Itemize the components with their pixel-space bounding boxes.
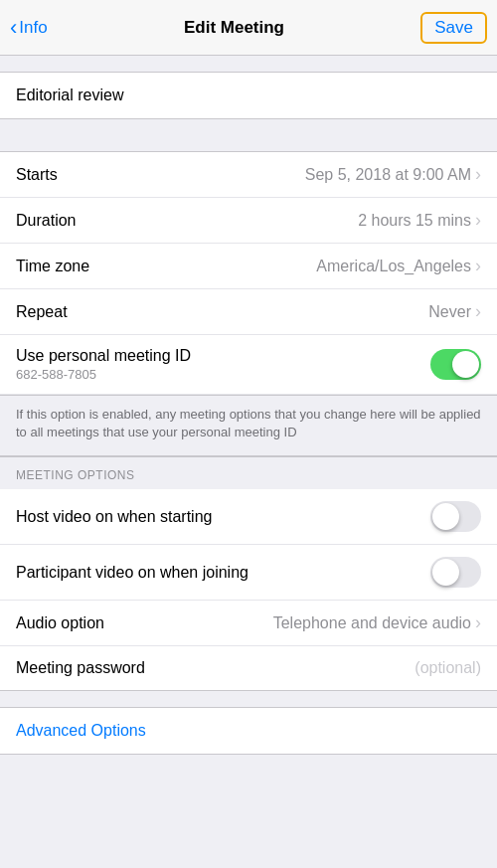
duration-label: Duration: [16, 212, 76, 230]
personal-meeting-info-text: If this option is enabled, any meeting o…: [16, 406, 481, 441]
timezone-label: Time zone: [16, 258, 89, 275]
duration-value: 2 hours 15 mins ›: [358, 210, 481, 231]
host-video-toggle-knob: [432, 503, 459, 530]
back-chevron-icon: ‹: [10, 17, 17, 39]
audio-row[interactable]: Audio option Telephone and device audio …: [0, 601, 497, 646]
starts-label: Starts: [16, 166, 58, 184]
host-video-label: Host video on when starting: [16, 508, 212, 526]
duration-row[interactable]: Duration 2 hours 15 mins ›: [0, 198, 497, 244]
participant-video-toggle[interactable]: [430, 557, 481, 588]
audio-label: Audio option: [16, 614, 104, 632]
audio-value: Telephone and device audio ›: [273, 612, 481, 633]
host-video-row: Host video on when starting: [0, 489, 497, 545]
toggle-knob: [452, 351, 479, 378]
starts-chevron-icon: ›: [475, 164, 481, 185]
starts-value: Sep 5, 2018 at 9:00 AM ›: [305, 164, 481, 185]
personal-meeting-id: 682-588-7805: [16, 367, 191, 382]
repeat-label: Repeat: [16, 303, 68, 321]
timezone-row[interactable]: Time zone America/Los_Angeles ›: [0, 244, 497, 289]
meeting-options-header: MEETING OPTIONS: [0, 456, 497, 489]
password-row[interactable]: Meeting password (optional): [0, 646, 497, 690]
repeat-row[interactable]: Repeat Never ›: [0, 289, 497, 335]
timezone-value: America/Los_Angeles ›: [316, 256, 481, 276]
password-label: Meeting password: [16, 659, 145, 677]
repeat-chevron-icon: ›: [475, 301, 481, 322]
back-button[interactable]: ‹ Info: [10, 17, 48, 39]
timezone-chevron-icon: ›: [475, 256, 481, 276]
meeting-options-section: Host video on when starting Participant …: [0, 489, 497, 691]
participant-video-label: Participant video on when joining: [16, 564, 248, 582]
password-placeholder: (optional): [414, 659, 481, 677]
schedule-section: Starts Sep 5, 2018 at 9:00 AM › Duration…: [0, 151, 497, 396]
advanced-options-section: Advanced Options: [0, 707, 497, 755]
personal-meeting-label: Use personal meeting ID: [16, 347, 191, 365]
duration-chevron-icon: ›: [475, 210, 481, 231]
participant-video-toggle-knob: [432, 559, 459, 586]
save-button[interactable]: Save: [420, 12, 487, 44]
host-video-toggle[interactable]: [430, 501, 481, 532]
participant-video-row: Participant video on when joining: [0, 545, 497, 601]
page-title: Edit Meeting: [184, 18, 284, 38]
personal-meeting-label-block: Use personal meeting ID 682-588-7805: [16, 347, 191, 382]
starts-row[interactable]: Starts Sep 5, 2018 at 9:00 AM ›: [0, 152, 497, 198]
meeting-options-header-text: MEETING OPTIONS: [16, 468, 135, 482]
navigation-bar: ‹ Info Edit Meeting Save: [0, 0, 497, 56]
repeat-value: Never ›: [428, 301, 481, 322]
meeting-title: Editorial review: [16, 87, 123, 103]
audio-chevron-icon: ›: [475, 612, 481, 633]
personal-meeting-row: Use personal meeting ID 682-588-7805: [0, 335, 497, 395]
back-label: Info: [19, 18, 47, 38]
personal-meeting-info-block: If this option is enabled, any meeting o…: [0, 396, 497, 456]
personal-meeting-toggle[interactable]: [430, 349, 481, 380]
meeting-title-section: Editorial review: [0, 72, 497, 119]
advanced-options-link[interactable]: Advanced Options: [16, 722, 146, 739]
